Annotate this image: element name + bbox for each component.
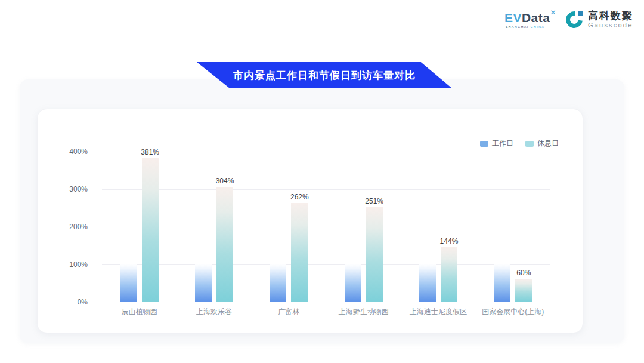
plot-area: 381%304%262%251%144%60% xyxy=(102,152,550,302)
x-axis-label: 国家会展中心(上海) xyxy=(476,307,550,317)
y-axis-label: 100% xyxy=(69,260,88,269)
evdata-data-text: Data xyxy=(522,11,550,24)
bar-workday xyxy=(345,264,361,302)
bar-value-label: 144% xyxy=(430,237,468,245)
bar-holiday: 262% xyxy=(291,203,308,302)
x-axis-label: 辰山植物园 xyxy=(102,307,177,317)
bar-value-label: 60% xyxy=(504,269,543,277)
evdata-subtext: SHANGHAI CHINA xyxy=(504,26,556,29)
bar-group: 144% xyxy=(401,152,475,302)
legend-swatch-holiday xyxy=(525,141,534,147)
gausscode-logo: 高科数聚 Gausscode xyxy=(566,11,633,29)
bar-group: 381% xyxy=(102,152,177,302)
legend-swatch-workday xyxy=(480,141,488,147)
y-axis-label: 300% xyxy=(69,185,88,193)
bar-value-label: 381% xyxy=(131,148,169,156)
x-axis-label: 广富林 xyxy=(252,307,326,317)
evdata-logo: EVData✕ SHANGHAI CHINA xyxy=(504,11,556,29)
bar-holiday: 60% xyxy=(515,279,532,302)
gausscode-g-icon xyxy=(566,11,584,29)
evdata-ev-text: EV xyxy=(504,11,522,24)
page-title: 市内景点工作日和节假日到访车量对比 xyxy=(233,69,416,82)
legend-item-holiday[interactable]: 休息日 xyxy=(525,139,559,149)
title-banner: 市内景点工作日和节假日到访车量对比 xyxy=(197,62,452,88)
y-axis: 0%100%200%300%400% xyxy=(38,152,95,302)
bar-group: 251% xyxy=(326,152,401,302)
chart-legend: 工作日休息日 xyxy=(480,139,559,149)
bar-value-label: 251% xyxy=(355,197,394,205)
x-axis: 辰山植物园上海欢乐谷广富林上海野生动物园上海迪士尼度假区国家会展中心(上海) xyxy=(102,307,550,317)
bar-workday xyxy=(120,264,137,302)
y-axis-label: 400% xyxy=(69,147,88,156)
legend-label: 休息日 xyxy=(537,139,559,149)
legend-label: 工作日 xyxy=(492,139,513,149)
bar-group: 60% xyxy=(476,152,550,302)
bar-holiday: 304% xyxy=(216,187,233,302)
bar-value-label: 304% xyxy=(206,177,244,185)
y-axis-label: 0% xyxy=(78,298,88,306)
x-axis-label: 上海迪士尼度假区 xyxy=(401,307,475,317)
chart-outer-panel: 工作日休息日 0%100%200%300%400% 381%304%262%25… xyxy=(20,79,624,343)
y-axis-label: 200% xyxy=(69,223,88,231)
x-axis-label: 上海欢乐谷 xyxy=(177,307,251,317)
chart-card: 工作日休息日 0%100%200%300%400% 381%304%262%25… xyxy=(37,109,583,333)
bar-group: 304% xyxy=(177,152,251,302)
bar-holiday: 144% xyxy=(441,247,457,302)
bar-workday xyxy=(419,264,436,302)
evdata-wordmark: EVData✕ xyxy=(504,11,556,24)
gausscode-en-name: Gausscode xyxy=(588,22,633,29)
header-logos: EVData✕ SHANGHAI CHINA 高科数聚 Gausscode xyxy=(504,11,633,29)
x-axis-label: 上海野生动物园 xyxy=(326,307,401,317)
bar-value-label: 262% xyxy=(280,193,318,201)
bar-group: 262% xyxy=(252,152,326,302)
bar-workday xyxy=(270,264,286,302)
bar-groups: 381%304%262%251%144%60% xyxy=(102,152,550,302)
gausscode-cn-name: 高科数聚 xyxy=(588,11,633,21)
bar-holiday: 381% xyxy=(142,158,159,302)
bar-holiday: 251% xyxy=(366,207,383,302)
legend-item-workday[interactable]: 工作日 xyxy=(480,139,513,149)
evdata-x-icon: ✕ xyxy=(550,8,556,17)
bar-workday xyxy=(195,264,212,302)
